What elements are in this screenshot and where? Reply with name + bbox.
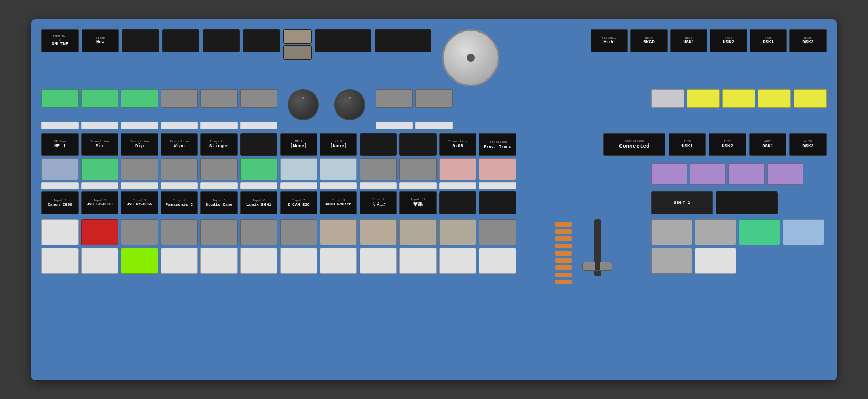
- next-dsk2-btn[interactable]: Next DSK2: [789, 29, 827, 52]
- bot-3[interactable]: [121, 248, 158, 274]
- right-lightblue-1[interactable]: [783, 219, 824, 245]
- pgm-10[interactable]: [399, 219, 437, 245]
- bot-4[interactable]: [161, 248, 198, 274]
- pgm-9[interactable]: [360, 219, 397, 245]
- right-top-4[interactable]: [758, 89, 791, 108]
- pgm-2[interactable]: [81, 219, 118, 245]
- right-white-1[interactable]: [695, 248, 736, 274]
- gray-source-btn-1[interactable]: [161, 89, 198, 108]
- right-gray-1[interactable]: [651, 219, 692, 245]
- gray-source-btn-4[interactable]: [376, 89, 413, 108]
- input10-btn[interactable]: Input 10 苹果: [399, 191, 437, 214]
- input5-btn[interactable]: Input 5 Studio Came: [200, 191, 238, 214]
- tall-btn-2[interactable]: [283, 45, 312, 60]
- input3-btn[interactable]: Input 3 JVC GY-HC55: [121, 191, 158, 214]
- tall-btn-1[interactable]: [283, 29, 312, 44]
- auto-usk2-btn[interactable]: AUTO USK2: [709, 133, 746, 156]
- right-green-1[interactable]: [739, 219, 780, 245]
- green-source-btn-1[interactable]: [41, 89, 79, 108]
- pgm-3[interactable]: [121, 219, 158, 245]
- right-top-5[interactable]: [794, 89, 827, 108]
- jog-wheel[interactable]: [442, 29, 499, 86]
- blank-btn-4[interactable]: [243, 29, 280, 52]
- prev-6[interactable]: [240, 158, 277, 180]
- prev-7[interactable]: [280, 158, 317, 180]
- input8-btn[interactable]: Input 8 KUMO Router: [320, 191, 357, 214]
- right-top-3[interactable]: [722, 89, 755, 108]
- bot-8[interactable]: [320, 248, 357, 274]
- bot-5[interactable]: [200, 248, 238, 274]
- input-blank-1[interactable]: [439, 191, 476, 214]
- green-source-btn-3[interactable]: [121, 89, 158, 108]
- prev-1[interactable]: [41, 158, 79, 180]
- blank-btn-1[interactable]: [122, 29, 159, 52]
- prev-2[interactable]: [81, 158, 118, 180]
- prev-9[interactable]: [360, 158, 397, 180]
- auto-dsk2-btn[interactable]: AUTO DSK2: [789, 133, 827, 156]
- gray-source-btn-5[interactable]: [415, 89, 453, 108]
- bot-10[interactable]: [399, 248, 437, 274]
- auto-dsk1-btn[interactable]: AUTO DSK1: [749, 133, 786, 156]
- right-gray-3[interactable]: [651, 248, 692, 274]
- bot-1[interactable]: [41, 248, 79, 274]
- trans-mix-btn[interactable]: Transition Mix: [81, 133, 118, 156]
- input7-btn[interactable]: Input 7 Z CAM E2C: [280, 191, 317, 214]
- pgm-1[interactable]: [41, 219, 79, 245]
- pgm-5[interactable]: [200, 219, 238, 245]
- input-blank-2[interactable]: [479, 191, 516, 214]
- next-usk2-btn[interactable]: Next USK2: [710, 29, 747, 52]
- pgm-8[interactable]: [320, 219, 357, 245]
- prev-3[interactable]: [121, 158, 158, 180]
- trans-blank[interactable]: [240, 133, 277, 156]
- pgm-7[interactable]: [280, 219, 317, 245]
- bot-7[interactable]: [280, 248, 317, 274]
- input6-btn[interactable]: Input 6 Lumix BGH1: [240, 191, 277, 214]
- input9-btn[interactable]: Input 9 りんご: [360, 191, 397, 214]
- bot-12[interactable]: [479, 248, 516, 274]
- next-bkgd-btn[interactable]: Next BKGD: [630, 29, 668, 52]
- prev-5[interactable]: [200, 158, 238, 180]
- pgm-4[interactable]: [161, 219, 198, 245]
- prev-4[interactable]: [161, 158, 198, 180]
- sleep-btn[interactable]: Sleep Now: [82, 29, 119, 52]
- user2-btn[interactable]: [716, 191, 778, 214]
- bot-2[interactable]: [81, 248, 118, 274]
- blank-btn-2[interactable]: [162, 29, 199, 52]
- next-dsk1-btn[interactable]: Next DSK1: [750, 29, 787, 52]
- right-top-1[interactable]: [651, 89, 684, 108]
- prev-12[interactable]: [479, 158, 516, 180]
- wide-btn-1[interactable]: [315, 29, 371, 52]
- gray-source-btn-3[interactable]: [240, 89, 277, 108]
- prev-8[interactable]: [320, 158, 357, 180]
- bot-11[interactable]: [439, 248, 476, 274]
- atem-status-btn[interactable]: ATEM Nr. 3 ONLINE: [41, 29, 79, 52]
- right-top-2[interactable]: [687, 89, 720, 108]
- input4-btn[interactable]: Input 4 Panasonic C: [161, 191, 198, 214]
- me-row-btn[interactable]: ME Row ME 1: [41, 133, 79, 156]
- right-lav-1[interactable]: [651, 163, 687, 185]
- trans-wipe-btn[interactable]: Transition Wipe: [161, 133, 198, 156]
- trans-rate-btn[interactable]: Trans Rate 0:08: [439, 133, 476, 156]
- auto-usk1-btn[interactable]: AUTO USK1: [669, 133, 706, 156]
- pgm-6[interactable]: [240, 219, 277, 245]
- knob-right[interactable]: [334, 89, 365, 120]
- prev-11[interactable]: [439, 158, 476, 180]
- bot-9[interactable]: [360, 248, 397, 274]
- trans-dip-btn[interactable]: Transition Dip: [121, 133, 158, 156]
- right-lav-4[interactable]: [767, 163, 803, 185]
- right-lav-2[interactable]: [690, 163, 726, 185]
- user1-btn[interactable]: User 1: [651, 191, 713, 214]
- prev-10[interactable]: [399, 158, 437, 180]
- mid-blank-2[interactable]: [399, 133, 437, 156]
- mp2-btn[interactable]: MP 2 [None]: [320, 133, 357, 156]
- mp1-btn[interactable]: MP 1 [None]: [280, 133, 317, 156]
- pgm-12[interactable]: [479, 219, 516, 245]
- knob-left[interactable]: [288, 89, 319, 120]
- prev-trans-btn[interactable]: Transition Prev. Trans: [479, 133, 516, 156]
- right-lav-3[interactable]: [729, 163, 765, 185]
- wide-btn-2[interactable]: [375, 29, 431, 52]
- blank-btn-3[interactable]: [203, 29, 240, 52]
- tbar-handle[interactable]: [582, 262, 612, 271]
- gray-source-btn-2[interactable]: [200, 89, 238, 108]
- pgm-11[interactable]: [439, 219, 476, 245]
